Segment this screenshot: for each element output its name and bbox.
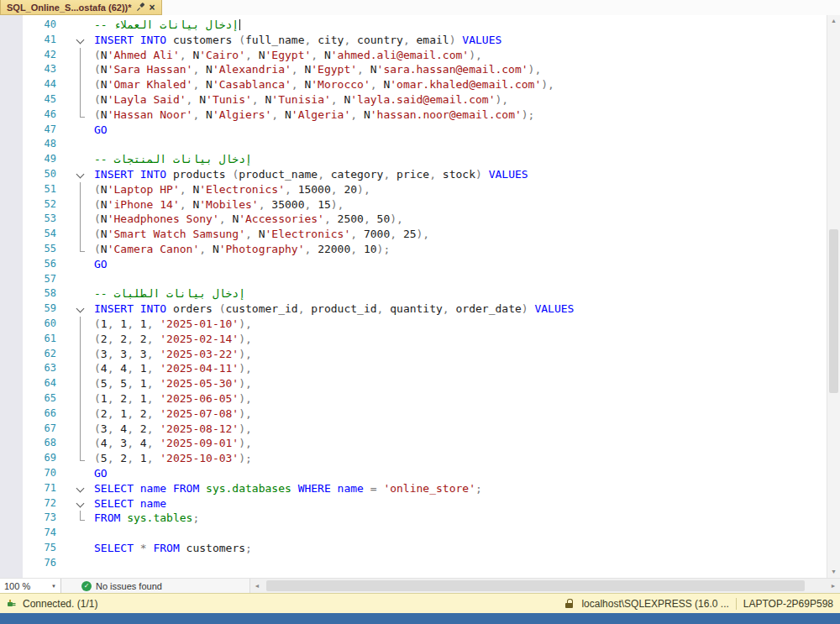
line-margin: [0, 137, 23, 152]
vertical-scrollbar-thumb[interactable]: [829, 229, 838, 393]
collapse-arrow-icon[interactable]: [74, 167, 87, 182]
code-line[interactable]: 49-- إدخال بيانات المنتجات: [0, 152, 827, 167]
scroll-up-icon[interactable]: ▲: [827, 15, 840, 27]
gutter-gap: [63, 197, 74, 212]
text-caret: [239, 19, 240, 30]
line-number: 41: [23, 33, 63, 48]
scroll-right-icon[interactable]: ►: [827, 583, 840, 589]
code-line[interactable]: 71SELECT name FROM sys.databases WHERE n…: [0, 481, 827, 496]
scroll-down-icon[interactable]: ▼: [827, 566, 840, 578]
code-line[interactable]: 44(N'Omar Khaled', N'Casablanca', N'Moro…: [0, 77, 827, 92]
code-line[interactable]: 52(N'iPhone 14', N'Mobiles', 35000, 15),: [0, 197, 827, 212]
code-line[interactable]: 40-- إدخال بيانات العملاء: [0, 18, 827, 33]
fold-guide-line: [74, 197, 87, 212]
line-margin: [0, 496, 23, 511]
code-line[interactable]: 69(5, 2, 1, '2025-10-03');: [0, 451, 827, 466]
code-text: (N'Laptop HP', N'Electronics', 15000, 20…: [87, 182, 827, 197]
code-line[interactable]: 72SELECT name: [0, 496, 827, 511]
line-number: 42: [23, 48, 63, 63]
code-line[interactable]: 43(N'Sara Hassan', N'Alexandria', N'Egyp…: [0, 62, 827, 77]
vertical-scrollbar[interactable]: ▲ ▼: [827, 15, 840, 578]
code-line[interactable]: 57: [0, 272, 827, 287]
code-text: (3, 4, 2, '2025-08-12'),: [87, 422, 827, 437]
code-line[interactable]: 66(2, 1, 2, '2025-07-08'),: [0, 406, 827, 422]
fold-guide-end: [74, 242, 87, 257]
line-number: 67: [23, 422, 63, 437]
horizontal-scrollbar-thumb[interactable]: [266, 580, 805, 591]
status-bar-right: localhost\SQLEXPRESS (16.0 ... LAPTOP-2P…: [565, 598, 833, 610]
code-line[interactable]: 64(5, 5, 1, '2025-05-30'),: [0, 376, 827, 391]
gutter-gap: [63, 167, 74, 182]
code-line[interactable]: 50INSERT INTO products (product_name, ca…: [0, 167, 827, 182]
code-editor[interactable]: 40-- إدخال بيانات العملاء41INSERT INTO c…: [0, 15, 840, 578]
pin-icon[interactable]: [136, 3, 145, 12]
code-line[interactable]: 55(N'Camera Canon', N'Photography', 2200…: [0, 242, 827, 257]
health-indicator[interactable]: ✓ No issues found: [61, 579, 249, 593]
code-line[interactable]: 75SELECT * FROM customers;: [0, 541, 827, 556]
scroll-left-icon[interactable]: ◄: [250, 583, 264, 589]
code-line[interactable]: 74: [0, 526, 827, 541]
code-line[interactable]: 67(3, 4, 2, '2025-08-12'),: [0, 422, 827, 437]
code-line[interactable]: 61(2, 2, 2, '2025-02-14'),: [0, 332, 827, 347]
line-number: 74: [23, 526, 63, 541]
code-line[interactable]: 70GO: [0, 466, 827, 481]
gutter-gap: [63, 422, 74, 437]
horizontal-scrollbar-track[interactable]: [264, 579, 827, 593]
code-line[interactable]: 68(4, 3, 4, '2025-09-01'),: [0, 436, 827, 451]
code-line[interactable]: 42(N'Ahmed Ali', N'Cairo', N'Egypt', N'a…: [0, 48, 827, 63]
gutter-gap: [63, 182, 74, 197]
zoom-control[interactable]: 100 % ▼: [0, 579, 61, 593]
line-margin: [0, 18, 23, 33]
code-line[interactable]: 45(N'Layla Said', N'Tunis', N'Tunisia', …: [0, 92, 827, 107]
gutter-gap: [63, 302, 74, 317]
line-number: 53: [23, 212, 63, 227]
fold-guide-line: [74, 436, 87, 451]
code-line[interactable]: 58-- إدخال بيانات الطلبات: [0, 286, 827, 302]
code-text: (3, 3, 3, '2025-03-22'),: [87, 347, 827, 362]
line-number: 51: [23, 182, 63, 197]
code-text: INSERT INTO products (product_name, cate…: [87, 167, 827, 182]
collapse-arrow-icon[interactable]: [74, 481, 87, 496]
code-line[interactable]: 47GO: [0, 123, 827, 138]
code-line[interactable]: 46(N'Hassan Noor', N'Algiers', N'Algeria…: [0, 107, 827, 123]
code-line[interactable]: 53(N'Headphones Sony', N'Accessories', 2…: [0, 212, 827, 227]
document-tab[interactable]: SQL_Online_S...ostafa (62))* ×: [0, 0, 162, 15]
code-text: (4, 3, 4, '2025-09-01'),: [87, 436, 827, 451]
line-margin: [0, 272, 23, 287]
code-line[interactable]: 59INSERT INTO orders (customer_id, produ…: [0, 302, 827, 317]
code-line[interactable]: 51(N'Laptop HP', N'Electronics', 15000, …: [0, 182, 827, 197]
fold-guide-line: [74, 332, 87, 347]
line-margin: [0, 466, 23, 481]
line-margin: [0, 257, 23, 272]
code-text: (N'Layla Said', N'Tunis', N'Tunisia', N'…: [87, 92, 827, 107]
gutter-gap: [63, 272, 74, 287]
code-line[interactable]: 56GO: [0, 257, 827, 272]
line-number: 46: [23, 107, 63, 123]
code-text: INSERT INTO customers (full_name, city, …: [87, 33, 827, 48]
horizontal-scrollbar[interactable]: ◄ ►: [249, 579, 840, 593]
collapse-arrow-icon[interactable]: [74, 496, 87, 511]
code-text: (N'Sara Hassan', N'Alexandria', N'Egypt'…: [87, 62, 827, 77]
collapse-arrow-icon[interactable]: [74, 302, 87, 317]
code-line[interactable]: 41INSERT INTO customers (full_name, city…: [0, 33, 827, 48]
code-text: GO: [87, 257, 827, 272]
close-icon[interactable]: ×: [150, 3, 155, 13]
line-margin: [0, 197, 23, 212]
fold-margin: [74, 556, 87, 571]
line-margin: [0, 526, 23, 541]
gutter-gap: [63, 152, 74, 167]
line-margin: [0, 541, 23, 556]
code-line[interactable]: 54(N'Smart Watch Samsung', N'Electronics…: [0, 227, 827, 242]
code-line[interactable]: 62(3, 3, 3, '2025-03-22'),: [0, 347, 827, 362]
code-line[interactable]: 76: [0, 556, 827, 571]
line-number: 62: [23, 347, 63, 362]
code-line[interactable]: 48: [0, 137, 827, 152]
code-line[interactable]: 65(1, 2, 1, '2025-06-05'),: [0, 391, 827, 406]
document-tab-strip: SQL_Online_S...ostafa (62))* ×: [0, 0, 840, 15]
code-line[interactable]: 63(4, 4, 1, '2025-04-11'),: [0, 361, 827, 376]
code-line[interactable]: 60(1, 1, 1, '2025-01-10'),: [0, 317, 827, 332]
gutter-gap: [63, 451, 74, 466]
gutter-gap: [63, 511, 74, 526]
code-line[interactable]: 73FROM sys.tables;: [0, 511, 827, 526]
collapse-arrow-icon[interactable]: [74, 33, 87, 48]
